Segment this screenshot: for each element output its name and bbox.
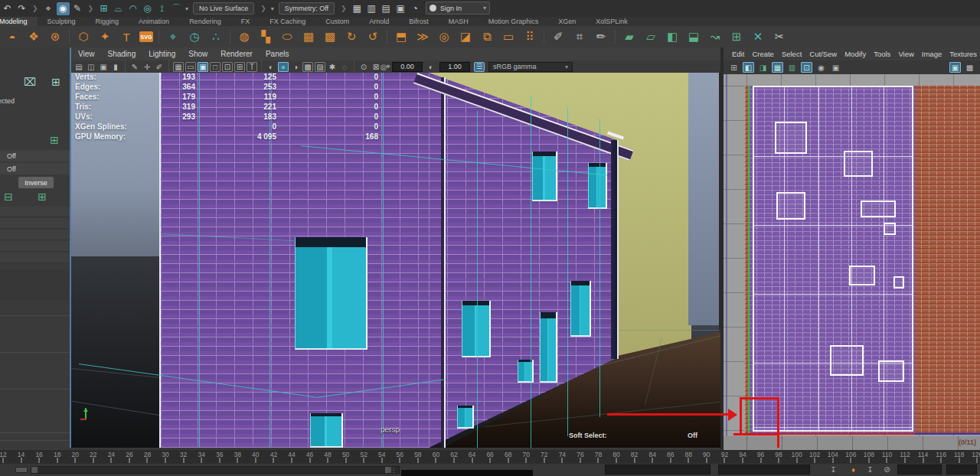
redo-icon[interactable]: ↷ (15, 2, 28, 15)
uv-window-face[interactable] (849, 266, 875, 285)
uv-isolate-icon[interactable]: ▣ (830, 62, 841, 73)
window-opening[interactable] (570, 281, 591, 337)
safe-title-icon[interactable]: T (247, 62, 257, 72)
circularize-icon[interactable]: ◎ (436, 28, 452, 45)
anim-layer-field[interactable] (946, 465, 977, 474)
shelf-tab-arnold[interactable]: Arnold (359, 17, 399, 26)
window-opening[interactable] (540, 312, 557, 383)
step-key-icon[interactable]: ↧ (865, 465, 875, 474)
grab-brush-icon[interactable]: ◧ (664, 28, 681, 45)
knife-tool-icon[interactable]: ✐ (550, 28, 567, 45)
live-surface-dropdown[interactable]: No Live Surface (193, 2, 254, 15)
timeline-tick[interactable] (417, 458, 419, 463)
poly-torus-icon[interactable]: ❖ (25, 28, 42, 45)
timeline-tick[interactable] (74, 458, 76, 463)
shelf-tab-xgen[interactable]: XGen (548, 17, 586, 26)
timeline-tick[interactable] (255, 458, 256, 463)
viewport-menu-view[interactable]: View (78, 50, 95, 58)
uv-move-icon[interactable]: ◧ (743, 62, 754, 73)
range-slider-track[interactable]: ⋮⋮ (31, 466, 400, 474)
uv-menu-image[interactable]: Image (922, 50, 942, 58)
timeline-tick[interactable] (832, 458, 834, 463)
timeline-tick[interactable] (327, 458, 328, 463)
grid-select-icon[interactable]: ⊞ (49, 75, 63, 89)
spin-edge-cw-icon[interactable]: ↻ (343, 28, 360, 45)
playback-start-field[interactable] (605, 465, 710, 474)
timeline-tick[interactable] (146, 458, 148, 463)
poly-type-icon[interactable]: T (118, 28, 135, 45)
select-tool-icon[interactable]: ⌖ (42, 2, 55, 15)
timeline-tick[interactable] (165, 458, 166, 463)
uv-pixel-snap-icon[interactable]: ▥ (786, 62, 798, 73)
exposure-icon[interactable]: ◎ (378, 62, 389, 72)
anim-prefs-field[interactable] (897, 465, 942, 474)
ao-icon[interactable]: ✱ (327, 62, 338, 72)
timeline-tick[interactable] (489, 458, 491, 463)
timeline-tick[interactable] (472, 458, 473, 463)
gamma-field[interactable]: 1.00 (439, 62, 470, 72)
render-frame-icon[interactable]: ▦ (351, 2, 364, 15)
timeline-tick[interactable] (814, 458, 815, 463)
perspective-viewport[interactable]: Verts:1931250Edges:3642530Faces:1791190T… (71, 73, 720, 448)
camera-attributes-icon[interactable]: ▣ (98, 62, 109, 72)
image-display-icon[interactable]: ▣ (949, 62, 961, 73)
group-collapse-arrow[interactable]: ❯ (88, 5, 94, 12)
origin-locator-icon[interactable]: ∴ (207, 28, 224, 45)
sculpt-cube-icon[interactable]: ⬓ (685, 28, 702, 45)
platonic-solid-icon[interactable]: ⬡ (75, 28, 92, 45)
uv-window-face[interactable] (893, 276, 904, 289)
snap-view-plane-icon[interactable]: ⟟ (155, 2, 168, 15)
timeline-tick[interactable] (183, 458, 185, 463)
timeline-tick[interactable] (129, 458, 130, 463)
poly-sphere-icon[interactable]: ◓ (4, 28, 21, 45)
snap-point-icon[interactable]: ◠ (126, 2, 139, 15)
sign-in-caret-icon[interactable]: ▾ (483, 5, 486, 11)
timeline-tick[interactable] (273, 458, 274, 463)
symmetry-caret[interactable]: ▾ (271, 5, 274, 12)
uv-editor-canvas[interactable] (724, 74, 980, 436)
window-opening[interactable] (457, 406, 474, 429)
spin-edge-ccw-icon[interactable]: ↺ (364, 28, 381, 45)
lattice-icon[interactable]: ▭ (500, 28, 517, 45)
extrude-icon[interactable]: ⬒ (393, 28, 410, 45)
timeline-tick[interactable] (508, 458, 509, 463)
view-transform-icon[interactable]: ☰ (474, 62, 485, 72)
timeline-tick[interactable] (868, 458, 870, 463)
shelf-tab-fx[interactable]: FX (231, 17, 260, 26)
uv-window-face[interactable] (861, 201, 896, 217)
shelf-tab-motion-graphics[interactable]: Motion Graphics (479, 17, 549, 26)
timeline-tick[interactable] (923, 458, 924, 463)
timeline-tick[interactable] (580, 458, 581, 463)
timeline-tick[interactable] (597, 458, 599, 463)
timeline-tick[interactable] (778, 458, 779, 463)
window-opening[interactable] (310, 413, 343, 448)
uv-lattice-icon[interactable]: ⊞ (728, 62, 740, 73)
shaded-mode-icon[interactable]: ● (278, 62, 289, 72)
shadows-icon[interactable]: ▨ (315, 62, 325, 72)
gate-mask-icon[interactable]: □ (210, 62, 220, 72)
bend-deformer-icon[interactable]: ↝ (707, 28, 724, 45)
checker-map-icon[interactable]: ▩ (964, 62, 975, 73)
uv-shell-wireframe[interactable] (753, 86, 913, 432)
sign-in-button[interactable]: Sign In ▾ (426, 2, 490, 15)
boolean-icon[interactable]: ◍ (236, 28, 253, 45)
uv-window-face[interactable] (776, 192, 805, 220)
smooth-icon[interactable]: ▦ (300, 28, 317, 45)
uv-menu-textures[interactable]: Textures (949, 50, 977, 58)
lasso-select-icon[interactable]: ◉ (57, 2, 70, 15)
timeline-tick[interactable] (940, 458, 942, 463)
timeline-tick[interactable] (309, 458, 311, 463)
timeline-tick[interactable] (688, 458, 689, 463)
timeline-tick[interactable] (291, 458, 292, 463)
bridge-icon[interactable]: ≫ (414, 28, 431, 45)
svg-tool-icon[interactable]: SVG (139, 31, 153, 42)
uv-menu-modify[interactable]: Modify (844, 50, 866, 58)
relax-brush-icon[interactable]: ▱ (642, 28, 659, 45)
shelf-tab-mash[interactable]: MASH (439, 17, 479, 26)
greasepencil-icon[interactable]: ✐ (154, 62, 165, 72)
timeline-tick[interactable] (634, 458, 635, 463)
uv-grid-snap-icon[interactable]: ▦ (772, 62, 783, 73)
timeline-tick[interactable] (760, 458, 762, 463)
timeline-tick[interactable] (525, 458, 527, 463)
bookmark-icon[interactable]: ▮ (110, 62, 121, 72)
